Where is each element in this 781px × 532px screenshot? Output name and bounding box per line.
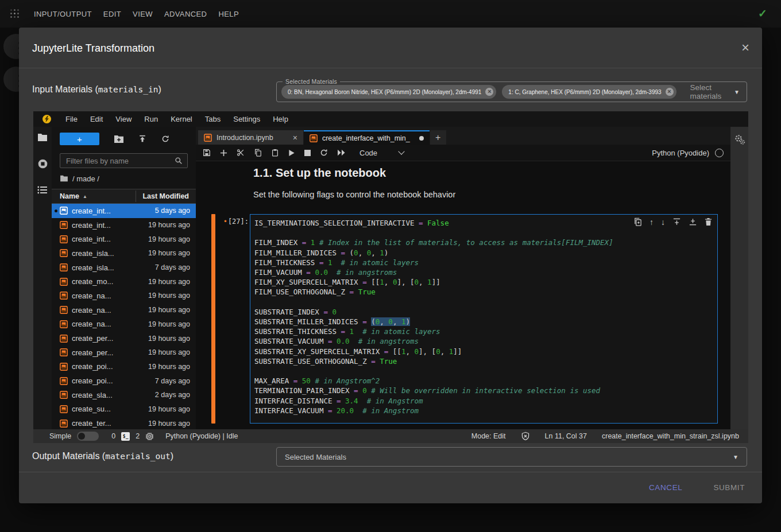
search-icon	[175, 157, 183, 165]
code-line: SUBSTRATE_USE_ORTHOGONAL_Z = True	[254, 356, 715, 366]
output-materials-select[interactable]: Selected Materials ▼	[276, 447, 747, 467]
refresh-icon[interactable]	[161, 135, 169, 143]
file-row[interactable]: create_int...19 hours ago	[52, 218, 196, 232]
run-all-cells-icon[interactable]	[337, 149, 346, 156]
editor-mode: Mode: Edit	[471, 432, 506, 440]
kernel-status-icon[interactable]	[715, 149, 724, 157]
material-chip[interactable]: 0: BN, Hexagonal Boron Nitride, HEX (P6/…	[281, 85, 496, 99]
file-row[interactable]: create_int...5 days ago	[52, 204, 196, 218]
insert-cell-above-icon[interactable]	[672, 218, 681, 226]
app-menu-item-edit[interactable]: EDIT	[98, 10, 127, 18]
settings-gears-icon[interactable]	[734, 134, 745, 429]
add-cell-icon[interactable]	[220, 149, 227, 157]
jupyter-menu-item-edit[interactable]: Edit	[84, 115, 109, 123]
running-kernels-icon[interactable]	[37, 158, 48, 169]
insert-cell-below-icon[interactable]	[689, 218, 697, 226]
column-name[interactable]: Name ▲	[52, 192, 129, 200]
app-menu-item-view[interactable]: VIEW	[127, 10, 158, 18]
delete-cell-icon[interactable]	[705, 218, 712, 226]
jupyter-menu-item-run[interactable]: Run	[138, 115, 164, 123]
kernel-name[interactable]: Python (Pyodide)	[652, 149, 709, 157]
tab-close-icon[interactable]: ×	[293, 133, 297, 142]
file-row[interactable]: create_mo...19 hours ago	[52, 274, 196, 289]
file-row[interactable]: create_isla...7 days ago	[52, 261, 196, 275]
file-row[interactable]: create_per...19 hours ago	[52, 331, 196, 345]
jupyter-menu-item-help[interactable]: Help	[266, 115, 295, 123]
notebook-file-icon	[60, 249, 68, 257]
kernel-chip-icon[interactable]	[145, 432, 154, 441]
file-last-modified: 19 hours ago	[137, 420, 196, 428]
material-chips: 0: BN, Hexagonal Boron Nitride, HEX (P6/…	[281, 85, 682, 99]
move-cell-down-icon[interactable]: ↓	[661, 218, 665, 226]
kernel-status-text[interactable]: Python (Pyodide) | Idle	[165, 432, 238, 440]
cut-cells-icon[interactable]	[237, 149, 245, 157]
file-list-header: Name ▲ Last Modified	[52, 189, 196, 204]
file-row[interactable]: create_na...19 hours ago	[52, 303, 196, 317]
cell-collapser-bar[interactable]	[211, 214, 215, 424]
jupyter-menu-item-kernel[interactable]: Kernel	[164, 115, 199, 123]
file-row[interactable]: create_int...19 hours ago	[52, 232, 196, 246]
terminal-icon[interactable]: $_	[121, 432, 130, 441]
jupyter-menu-item-file[interactable]: File	[59, 115, 84, 123]
jupyter-menu-item-settings[interactable]: Settings	[227, 115, 266, 123]
input-materials-label: Input Materials (materials_in)	[32, 79, 161, 100]
dialog-close-icon[interactable]: ×	[741, 41, 749, 54]
dropdown-arrow-icon[interactable]: ▼	[734, 89, 740, 95]
trust-shield-icon[interactable]	[521, 432, 530, 441]
cursor-position[interactable]: Ln 11, Col 37	[545, 432, 587, 440]
file-row[interactable]: create_na...19 hours ago	[52, 289, 196, 303]
upload-icon[interactable]	[138, 135, 146, 143]
select-materials-placeholder[interactable]: Select materials	[690, 83, 734, 100]
file-name: create_ter...	[72, 419, 133, 428]
new-tab-button[interactable]: +	[430, 130, 446, 145]
file-row[interactable]: create_per...19 hours ago	[52, 345, 196, 360]
table-of-contents-icon[interactable]	[37, 186, 48, 194]
cell-toolbar: ↑ ↓	[633, 218, 712, 226]
file-row[interactable]: create_na...19 hours ago	[52, 317, 196, 332]
app-menu-item-input-output[interactable]: INPUT/OUTPUT	[32, 10, 98, 18]
restart-kernel-icon[interactable]	[320, 149, 328, 157]
new-launcher-button[interactable]: +	[60, 133, 99, 145]
file-row[interactable]: create_poi...7 days ago	[52, 374, 196, 388]
chip-remove-icon[interactable]: ×	[666, 88, 674, 96]
code-line: FILM_USE_ORTHOGONAL_Z = True	[254, 287, 715, 297]
stop-kernel-icon[interactable]	[304, 150, 311, 156]
save-icon[interactable]	[203, 149, 211, 157]
submit-button[interactable]: SUBMIT	[710, 483, 748, 492]
jupyter-body: +	[33, 127, 748, 429]
new-folder-icon[interactable]	[114, 135, 123, 143]
file-row[interactable]: create_poi...19 hours ago	[52, 360, 196, 374]
file-row[interactable]: create_sla...2 days ago	[52, 388, 196, 402]
duplicate-cell-icon[interactable]	[633, 218, 642, 226]
left-activity-bar	[33, 127, 52, 429]
cell-type-select[interactable]: Code	[359, 149, 404, 157]
file-row[interactable]: create_isla...19 hours ago	[52, 246, 196, 261]
tab-create-interface[interactable]: create_interface_with_min_	[304, 130, 430, 145]
column-last-modified[interactable]: Last Modified	[129, 192, 196, 200]
jupyter-menu-item-view[interactable]: View	[109, 115, 138, 123]
run-cell-icon[interactable]	[288, 149, 295, 157]
jupyter-menubar: FileEditViewRunKernelTabsSettingsHelp	[33, 111, 748, 127]
cancel-button[interactable]: CANCEL	[645, 483, 686, 492]
breadcrumb[interactable]: / made /	[52, 168, 196, 189]
paste-cells-icon[interactable]	[271, 149, 279, 157]
app-menu-item-help[interactable]: HELP	[212, 10, 245, 18]
move-cell-up-icon[interactable]: ↑	[649, 218, 654, 226]
tab-introduction[interactable]: Introduction.ipynb ×	[198, 130, 303, 145]
app-logo-dots-icon[interactable]	[10, 9, 20, 18]
file-last-modified: 19 hours ago	[137, 221, 196, 229]
material-chip[interactable]: 1: C, Graphene, HEX (P6/mmm) 2D (Monolay…	[502, 85, 676, 99]
filter-files-input[interactable]	[65, 156, 175, 166]
selected-materials-field[interactable]: Selected Materials 0: BN, Hexagonal Boro…	[276, 81, 747, 102]
filter-files-box[interactable]	[60, 153, 188, 168]
file-row[interactable]: create_ter...19 hours ago	[52, 416, 196, 429]
chip-remove-icon[interactable]: ×	[485, 88, 493, 96]
file-browser-icon[interactable]	[37, 133, 48, 142]
app-menu-item-advanced[interactable]: ADVANCED	[158, 10, 212, 18]
simple-mode-toggle[interactable]	[77, 432, 99, 441]
jupyter-menu-item-tabs[interactable]: Tabs	[199, 115, 227, 123]
file-row[interactable]: create_su...19 hours ago	[52, 402, 196, 417]
dialog-footer: CANCEL SUBMIT	[19, 472, 762, 503]
copy-cells-icon[interactable]	[254, 149, 262, 157]
code-cell-editor[interactable]: IS_TERMINATIONS_SELECTION_INTERACTIVE = …	[250, 214, 718, 424]
